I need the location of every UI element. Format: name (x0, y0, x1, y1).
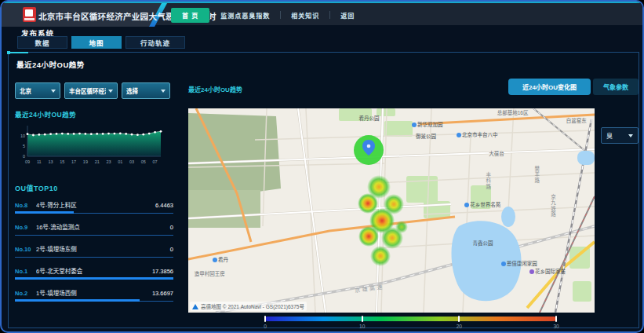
top10-row: No.102号-填埋场东侧0 (15, 244, 173, 259)
nav-item-2[interactable]: 监测点恶臭指数 (210, 8, 280, 23)
top10-list: No.84号-筛分上料区6.4463No.916号-流动监测点0No.102号-… (15, 200, 173, 303)
svg-text:15: 15 (60, 159, 64, 164)
map-label: 北京市丰台八中 (457, 133, 498, 138)
svg-text:23: 23 (106, 159, 111, 164)
top10-row: No.916号-流动监测点0 (15, 222, 173, 237)
trend-chart-label: 最近24小时OU趋势 (15, 109, 173, 119)
svg-text:21: 21 (95, 159, 100, 164)
header: 北京市丰台区循环经济产业园大气恶臭状况实时 首 页监测点恶臭指数相关知识返回 (2, 2, 642, 25)
app-window: 北京市丰台区循环经济产业园大气恶臭状况实时 首 页监测点恶臭指数相关知识返回 发… (0, 0, 644, 333)
poi-icon (213, 258, 217, 262)
poi-icon (464, 203, 469, 207)
svg-text:19: 19 (83, 159, 88, 164)
map-graphics (188, 108, 595, 313)
filters-row: 北京 丰台区循环经济产 选择 (15, 82, 173, 99)
map-label: 白盆窑东 (566, 119, 587, 124)
top10-row: No.21号-填埋场西侧13.6697 (15, 288, 173, 303)
svg-text:01: 01 (118, 159, 122, 164)
top10-row: No.16号-北天堂村委会17.3856 (15, 266, 173, 281)
park-select[interactable]: 丰台区循环经济产 (64, 82, 118, 99)
map-label: 樊羊路 (533, 166, 539, 184)
main-nav: 首 页监测点恶臭指数相关知识返回 (171, 3, 639, 27)
svg-text:17: 17 (71, 159, 76, 164)
trend-chart: 0510091113151719212301030507 (15, 122, 173, 172)
map-label: 丰科路 (485, 172, 490, 190)
tab-1[interactable]: 数据 (17, 36, 67, 49)
map-label: 看丹公园 (359, 116, 380, 122)
map-label: 大葆台 (489, 152, 504, 157)
svg-text:0: 0 (23, 154, 25, 159)
map-label: 御景公园 (416, 134, 436, 140)
svg-text:05: 05 (141, 159, 146, 164)
nav-item-1[interactable]: 首 页 (171, 8, 209, 23)
site-select[interactable]: 选择 (122, 82, 170, 99)
legend-tick-label: 30 (553, 324, 558, 329)
map-attribution-text: 高德地图 © 2021 AutoNavi - GS(2021)6375号 (201, 302, 304, 310)
top10-row: No.84号-筛分上料区6.4463 (15, 200, 173, 215)
nav-item-4[interactable]: 返回 (330, 8, 365, 23)
map-label: 看丹 (213, 258, 228, 263)
svg-text:03: 03 (129, 159, 134, 164)
tab-2[interactable]: 地图 (71, 36, 122, 49)
poi-icon (457, 133, 461, 137)
map-label: 花乡世界名苑 (464, 203, 500, 208)
map-label: 恩倍康闲家园 (501, 262, 537, 267)
tab-3[interactable]: 行动轨迹 (126, 36, 185, 49)
chevron-down-icon (51, 90, 56, 93)
amap-logo-icon (192, 304, 198, 309)
svg-text:13: 13 (49, 159, 53, 164)
svg-text:07: 07 (153, 159, 158, 164)
legend-tick-label: 0 (264, 324, 267, 329)
map-label: 新华双加园 (412, 123, 443, 128)
panel-title: 最近24小时OU趋势 (16, 59, 85, 70)
map-layer-select[interactable]: 臭 (601, 127, 639, 144)
legend-tick-label: 20 (457, 324, 462, 329)
poi-icon (412, 123, 417, 127)
chevron-down-icon (628, 134, 633, 137)
site-select-value: 选择 (126, 86, 138, 95)
poi-icon (501, 262, 506, 266)
map-canvas[interactable]: 看丹公园总部基地16区新华双加园御景公园北京市丰台八中大葆台丰科路樊羊路京九铁路… (188, 108, 595, 313)
map-label: 京九铁路 (550, 194, 555, 218)
chevron-down-icon (108, 90, 113, 93)
map-label: 花乡国际家居 (529, 269, 566, 275)
publish-tabs: 数据地图行动轨迹 (17, 36, 185, 49)
weather-params-button[interactable]: 气象参数 (593, 79, 639, 95)
app-logo-icon (23, 7, 36, 22)
legend-tick-label: 10 (359, 324, 365, 329)
map-label: 造甲村回王房 (195, 272, 225, 277)
main-panel: 最近24小时OU趋势 北京 丰台区循环经济产 选择 最近24小时OU趋势 051… (8, 52, 639, 328)
map-label: 青鑫公园 (473, 241, 493, 247)
nav-item-3[interactable]: 相关知识 (281, 8, 329, 23)
svg-text:09: 09 (25, 159, 30, 164)
park-select-value: 丰台区循环经济产 (69, 86, 106, 95)
svg-text:11: 11 (37, 159, 42, 164)
map-attribution: 高德地图 © 2021 AutoNavi - GS(2021)6375号 (190, 302, 307, 311)
top10-title: OU值TOP10 (15, 183, 173, 193)
map-section-label: 最近24小时OU趋势 (188, 85, 242, 93)
map-layer-select-value: 臭 (606, 131, 613, 140)
chevron-down-icon (161, 90, 166, 93)
city-select-value: 北京 (20, 86, 31, 95)
legend-tick-mark (555, 316, 557, 322)
legend-ticks: 0102030 (265, 324, 556, 331)
poi-icon (529, 269, 534, 274)
ou-change-map-button[interactable]: 近24小时OU变化图 (508, 79, 591, 95)
map-label: 总部基地16区 (497, 111, 529, 116)
legend-tick-mark (458, 316, 460, 322)
svg-text:5: 5 (23, 144, 25, 148)
left-column: 北京 丰台区循环经济产 选择 最近24小时OU趋势 05100911131517… (15, 79, 173, 303)
legend-tick-mark (264, 316, 266, 322)
legend-tick-mark (362, 316, 363, 322)
city-select[interactable]: 北京 (15, 82, 60, 99)
svg-text:10: 10 (20, 134, 25, 138)
legend-bar (265, 317, 556, 321)
